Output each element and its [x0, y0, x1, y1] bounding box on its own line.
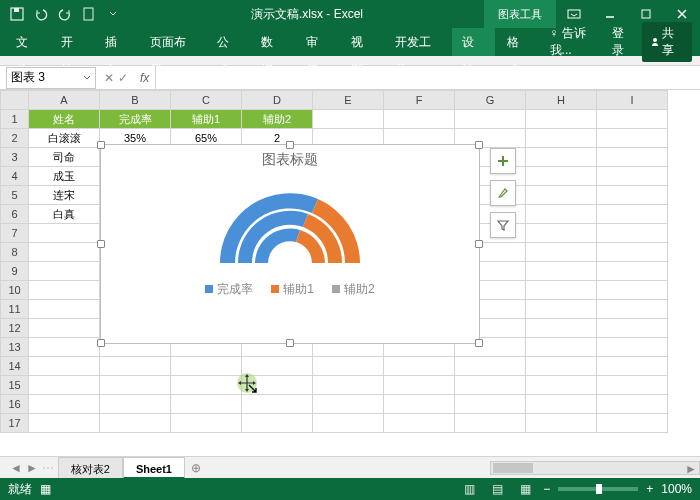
chart-filters-button[interactable] — [490, 212, 516, 238]
tab-home[interactable]: 开始 — [51, 28, 94, 56]
zoom-in-button[interactable]: + — [646, 482, 653, 496]
col-header[interactable]: G — [455, 91, 526, 110]
tab-insert[interactable]: 插入 — [95, 28, 138, 56]
zoom-level[interactable]: 100% — [661, 482, 692, 496]
login-button[interactable]: 登录 — [612, 25, 634, 59]
ribbon-tabs: 文件 开始 插入 页面布局 公式 数据 审阅 视图 开发工具 设计 格式 ♀ 告… — [0, 28, 700, 56]
view-page-break-icon[interactable]: ▦ — [515, 481, 535, 497]
view-page-layout-icon[interactable]: ▤ — [487, 481, 507, 497]
tab-data[interactable]: 数据 — [251, 28, 294, 56]
svg-rect-3 — [568, 10, 580, 18]
select-all[interactable] — [1, 91, 29, 110]
tell-me[interactable]: ♀ 告诉我... — [550, 25, 604, 59]
chart-legend[interactable]: 完成率 辅助1 辅助2 — [101, 273, 479, 306]
chevron-down-icon[interactable] — [102, 3, 124, 25]
name-box[interactable]: 图表 3 — [6, 67, 96, 89]
sheet-tabs-bar: ◄ ► ⋯ 核对表2 Sheet1 ⊕ ◄► — [0, 456, 700, 478]
tab-nav-next-icon[interactable]: ► — [26, 461, 38, 475]
chart-styles-button[interactable] — [490, 180, 516, 206]
tab-design[interactable]: 设计 — [452, 28, 495, 56]
svg-rect-5 — [642, 10, 650, 18]
sheet-tab[interactable]: Sheet1 — [123, 457, 185, 479]
resize-handle[interactable] — [286, 339, 294, 347]
cell: 成玉 — [29, 167, 100, 186]
col-header[interactable]: B — [100, 91, 171, 110]
tab-review[interactable]: 审阅 — [296, 28, 339, 56]
resize-handle[interactable] — [475, 240, 483, 248]
svg-point-6 — [653, 38, 657, 42]
zoom-out-button[interactable]: − — [543, 482, 550, 496]
col-header[interactable]: I — [597, 91, 668, 110]
macro-record-icon[interactable]: ▦ — [40, 482, 51, 496]
cell: 姓名 — [29, 110, 100, 129]
worksheet: A B C D E F G H I 1 姓名 完成率 辅助1 辅助2 2白滚滚3… — [0, 90, 700, 433]
enter-icon[interactable]: ✓ — [118, 71, 128, 85]
cell: 白真 — [29, 205, 100, 224]
tab-file[interactable]: 文件 — [6, 28, 49, 56]
svg-rect-1 — [14, 8, 19, 12]
cell: 辅助1 — [171, 110, 242, 129]
zoom-slider[interactable] — [558, 487, 638, 491]
cell: 连宋 — [29, 186, 100, 205]
tab-view[interactable]: 视图 — [341, 28, 384, 56]
resize-handle[interactable] — [475, 339, 483, 347]
col-header[interactable]: D — [242, 91, 313, 110]
add-sheet-button[interactable]: ⊕ — [185, 461, 207, 475]
redo-icon[interactable] — [54, 3, 76, 25]
cancel-icon[interactable]: ✕ — [104, 71, 114, 85]
row-header: 1 — [1, 110, 29, 129]
fx-icon[interactable]: fx — [134, 71, 155, 85]
share-button[interactable]: 共享 — [642, 22, 692, 62]
view-normal-icon[interactable]: ▥ — [459, 481, 479, 497]
tab-layout[interactable]: 页面布局 — [140, 28, 205, 56]
window-title: 演示文稿.xlsx - Excel — [130, 6, 484, 23]
col-header[interactable]: H — [526, 91, 597, 110]
resize-handle[interactable] — [97, 141, 105, 149]
status-bar: 就绪 ▦ ▥ ▤ ▦ − + 100% — [0, 478, 700, 500]
resize-handle[interactable] — [97, 339, 105, 347]
tab-developer[interactable]: 开发工具 — [385, 28, 450, 56]
cell: 司命 — [29, 148, 100, 167]
resize-handle[interactable] — [286, 141, 294, 149]
tab-nav-prev-icon[interactable]: ◄ — [10, 461, 22, 475]
cell: 白滚滚 — [29, 129, 100, 148]
cell: 辅助2 — [242, 110, 313, 129]
tab-format[interactable]: 格式 — [497, 28, 540, 56]
col-header[interactable]: F — [384, 91, 455, 110]
col-header[interactable]: E — [313, 91, 384, 110]
resize-handle[interactable] — [475, 141, 483, 149]
horizontal-scrollbar[interactable]: ◄► — [490, 461, 700, 475]
svg-rect-2 — [84, 8, 93, 20]
undo-icon[interactable] — [30, 3, 52, 25]
formula-bar[interactable] — [155, 66, 700, 89]
formula-bar-row: 图表 3 ✕ ✓ fx — [0, 66, 700, 90]
cell: 完成率 — [100, 110, 171, 129]
new-icon[interactable] — [78, 3, 100, 25]
col-header[interactable]: C — [171, 91, 242, 110]
save-icon[interactable] — [6, 3, 28, 25]
col-header[interactable]: A — [29, 91, 100, 110]
resize-handle[interactable] — [97, 240, 105, 248]
chart-plot-area[interactable] — [101, 169, 479, 273]
chart-object[interactable]: 图表标题 完成率 辅助1 辅助2 — [100, 144, 480, 344]
chart-elements-button[interactable] — [490, 148, 516, 174]
status-ready: 就绪 — [8, 481, 32, 498]
sheet-tab[interactable]: 核对表2 — [58, 457, 123, 479]
tab-formulas[interactable]: 公式 — [207, 28, 250, 56]
